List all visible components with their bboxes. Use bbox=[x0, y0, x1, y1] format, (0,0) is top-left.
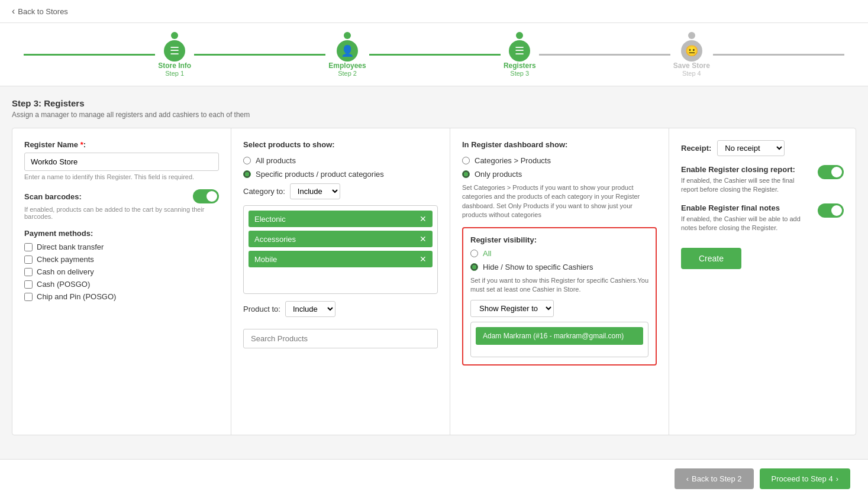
enable-final-notes-desc: If enabled, the Cashier will be able to … bbox=[681, 215, 812, 233]
cashier-tag: Adam Markram (#16 - markram@gmail.com) bbox=[476, 327, 643, 345]
payment-direct-bank: Direct bank transfer bbox=[24, 242, 219, 251]
step4-name: Save Store bbox=[673, 62, 710, 70]
tag-mobile: Mobile ✕ bbox=[249, 251, 433, 267]
enable-closing-title: Enable Register closing report: bbox=[681, 165, 812, 174]
only-products-radio[interactable] bbox=[462, 170, 470, 178]
specific-products-radio[interactable] bbox=[243, 170, 251, 178]
check-payments-checkbox[interactable] bbox=[24, 256, 33, 264]
payment-cash-delivery: Cash on delivery bbox=[24, 267, 219, 276]
main-content: Step 3: Registers Assign a manager to ma… bbox=[0, 86, 868, 447]
enable-final-notes-text: Enable Register final notes If enabled, … bbox=[681, 203, 812, 233]
enable-final-notes-title: Enable Register final notes bbox=[681, 203, 812, 212]
stepper: ☰ Store Info Step 1 👤 Employees Step 2 ☰… bbox=[0, 23, 868, 86]
scan-barcodes-row: Scan barcodes: bbox=[24, 189, 219, 203]
step3-label: Step 3 bbox=[510, 70, 529, 77]
categories-products-radio[interactable] bbox=[462, 157, 470, 164]
product-select-row: Product to: Include Exclude bbox=[243, 301, 438, 317]
direct-bank-checkbox[interactable] bbox=[24, 243, 33, 251]
column-1: Register Name *: Enter a name to identif… bbox=[12, 128, 231, 435]
remove-accessories-icon[interactable]: ✕ bbox=[420, 234, 427, 244]
category-tags-container: Electonic ✕ Accessories ✕ Mobile ✕ bbox=[243, 205, 438, 294]
category-select-row: Category to: Include Exclude bbox=[243, 183, 438, 199]
top-nav: Back to Stores bbox=[0, 0, 868, 23]
step2-dot bbox=[344, 32, 351, 39]
show-register-select[interactable]: Show Register to bbox=[470, 300, 554, 317]
only-products-row: Only products bbox=[462, 170, 657, 179]
enable-closing-text: Enable Register closing report: If enabl… bbox=[681, 165, 812, 195]
categories-products-row: Categories > Products bbox=[462, 156, 657, 165]
all-products-radio[interactable] bbox=[243, 157, 251, 164]
payment-chip-pin: Chip and Pin (POSGO) bbox=[24, 292, 219, 301]
cash-on-delivery-checkbox[interactable] bbox=[24, 268, 33, 276]
step1-name: Store Info bbox=[158, 62, 191, 70]
chip-pin-checkbox[interactable] bbox=[24, 293, 33, 301]
line-before-step1 bbox=[24, 54, 155, 56]
step4-dot bbox=[688, 32, 695, 39]
enable-closing-report-toggle[interactable] bbox=[818, 165, 844, 179]
register-name-label: Register Name *: bbox=[24, 140, 219, 149]
back-to-step-button[interactable]: ‹ Back to Step 2 bbox=[675, 468, 754, 489]
search-products-input[interactable] bbox=[243, 329, 438, 348]
line-step3-step4 bbox=[539, 54, 670, 56]
dashboard-desc: Set Categories > Products if you want to… bbox=[462, 183, 657, 220]
step3-name: Registers bbox=[504, 62, 536, 70]
all-products-row: All products bbox=[243, 156, 438, 165]
remove-mobile-icon[interactable]: ✕ bbox=[420, 254, 427, 264]
scan-barcodes-label: Scan barcodes: bbox=[24, 192, 82, 201]
category-select[interactable]: Include Exclude bbox=[290, 183, 340, 199]
register-name-hint: Enter a name to identify this Register. … bbox=[24, 173, 219, 180]
line-after-step4 bbox=[713, 54, 844, 56]
payment-methods-section: Payment methods: Direct bank transfer Ch… bbox=[24, 229, 219, 301]
column-3: In Register dashboard show: Categories >… bbox=[450, 128, 669, 435]
form-panel: Register Name *: Enter a name to identif… bbox=[12, 128, 856, 435]
visibility-box: Register visibility: All Hide / Show to … bbox=[462, 227, 657, 366]
visibility-hide-show-radio[interactable] bbox=[470, 263, 478, 271]
step3-dot bbox=[516, 32, 523, 39]
scan-barcodes-toggle[interactable] bbox=[193, 189, 219, 203]
enable-final-notes-toggle[interactable] bbox=[818, 203, 844, 218]
receipt-label: Receipt: bbox=[681, 144, 711, 153]
step4-label: Step 4 bbox=[682, 70, 701, 77]
products-header: Select products to show: bbox=[243, 140, 438, 149]
step2-icon: 👤 bbox=[337, 40, 358, 62]
visibility-all-row: All bbox=[470, 249, 648, 258]
proceed-to-step-button[interactable]: Proceed to Step 4 › bbox=[760, 468, 850, 489]
step1: ☰ Store Info Step 1 bbox=[158, 32, 191, 77]
step1-dot bbox=[171, 32, 178, 39]
tag-electronic: Electonic ✕ bbox=[249, 211, 433, 227]
column-4: Receipt: No receipt Print receipt Email … bbox=[669, 128, 856, 435]
scan-barcodes-hint: If enabled, products can be added to the… bbox=[24, 206, 219, 220]
step3-icon: ☰ bbox=[509, 40, 530, 62]
page-title: Step 3: Registers bbox=[12, 98, 856, 108]
page-description: Assign a manager to manage all registers… bbox=[12, 111, 856, 119]
cash-posgo-checkbox[interactable] bbox=[24, 280, 33, 289]
enable-final-notes-row: Enable Register final notes If enabled, … bbox=[681, 203, 844, 233]
visibility-desc: Set if you want to show this Register fo… bbox=[470, 276, 648, 295]
step3: ☰ Registers Step 3 bbox=[504, 32, 536, 77]
step1-icon: ☰ bbox=[164, 40, 185, 62]
payment-methods-label: Payment methods: bbox=[24, 229, 219, 238]
create-button[interactable]: Create bbox=[681, 248, 741, 269]
receipt-select[interactable]: No receipt Print receipt Email receipt bbox=[717, 140, 785, 156]
step2: 👤 Employees Step 2 bbox=[328, 32, 366, 77]
dashboard-header: In Register dashboard show: bbox=[462, 140, 657, 149]
step1-label: Step 1 bbox=[165, 70, 184, 77]
line-step2-step3 bbox=[369, 54, 501, 56]
line-step1-step2 bbox=[194, 54, 325, 56]
product-select[interactable]: Include Exclude bbox=[285, 301, 335, 317]
payment-cash-posgo: Cash (POSGO) bbox=[24, 280, 219, 289]
register-name-input[interactable] bbox=[24, 153, 219, 171]
visibility-all-radio[interactable] bbox=[470, 250, 478, 257]
column-2: Select products to show: All products Sp… bbox=[231, 128, 450, 435]
receipt-row: Receipt: No receipt Print receipt Email … bbox=[681, 140, 844, 156]
step2-label: Step 2 bbox=[338, 70, 357, 77]
tag-accessories: Accessories ✕ bbox=[249, 231, 433, 247]
step4: 😐 Save Store Step 4 bbox=[673, 32, 710, 77]
back-to-stores-link[interactable]: Back to Stores bbox=[12, 6, 856, 17]
step2-name: Employees bbox=[328, 62, 366, 70]
remove-electronic-icon[interactable]: ✕ bbox=[420, 214, 427, 224]
step4-icon: 😐 bbox=[681, 40, 702, 62]
enable-closing-desc: If enabled, the Cashier will see the fin… bbox=[681, 176, 812, 195]
footer: ‹ Back to Step 2 Proceed to Step 4 › bbox=[0, 459, 868, 498]
payment-check: Check payments bbox=[24, 255, 219, 264]
